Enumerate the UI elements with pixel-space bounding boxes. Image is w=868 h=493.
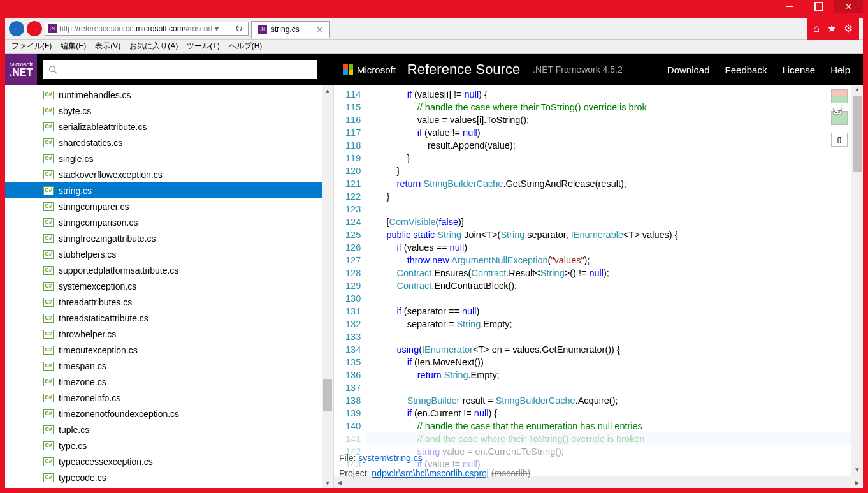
- file-tree-item[interactable]: C#typecode.cs: [5, 469, 322, 485]
- forward-button[interactable]: →: [27, 21, 42, 36]
- line-number[interactable]: 123: [345, 203, 361, 216]
- line-number[interactable]: 126: [345, 241, 361, 254]
- code-view[interactable]: if (values[i] != null) { // handle the c…: [366, 85, 851, 476]
- line-number[interactable]: 115: [345, 101, 361, 114]
- file-tree-item-label: timezone.cs: [59, 377, 106, 387]
- scroll-thumb[interactable]: [323, 379, 332, 411]
- nav-license[interactable]: License: [782, 64, 815, 75]
- file-tree[interactable]: C#runtimehandles.csC#sbyte.csC#serializa…: [5, 85, 322, 488]
- tree-scrollbar[interactable]: ▲ ▼: [322, 85, 333, 488]
- menu-edit[interactable]: 編集(E): [61, 41, 86, 52]
- line-number[interactable]: 130: [345, 292, 361, 305]
- line-number[interactable]: 136: [345, 369, 361, 381]
- file-tree-item[interactable]: C#tuple.cs: [5, 422, 322, 438]
- line-number[interactable]: 139: [345, 407, 361, 420]
- line-number[interactable]: 116: [345, 114, 361, 126]
- code-vertical-scrollbar[interactable]: ▲ ▼: [851, 85, 863, 476]
- file-tree-item[interactable]: C#sbyte.cs: [5, 103, 322, 119]
- menu-tools[interactable]: ツール(T): [187, 41, 219, 52]
- file-tree-item[interactable]: C#stubhelpers.cs: [5, 246, 322, 262]
- scroll-thumb[interactable]: [853, 96, 862, 172]
- scroll-up-icon[interactable]: ▲: [322, 85, 333, 96]
- nav-help[interactable]: Help: [830, 64, 850, 75]
- diff-view-icon[interactable]: [831, 89, 848, 103]
- file-tree-item[interactable]: C#timeoutexception.cs: [5, 342, 322, 358]
- line-number[interactable]: 133: [345, 330, 361, 343]
- line-number[interactable]: 132: [345, 318, 361, 330]
- csharp-icon: C#: [43, 394, 54, 402]
- window-close-button[interactable]: [834, 0, 863, 13]
- home-icon[interactable]: ⌂: [813, 23, 820, 34]
- address-bar[interactable]: .N http://referencesource.microsoft.com/…: [45, 22, 249, 36]
- window-maximize-button[interactable]: [804, 0, 834, 13]
- line-number[interactable]: 135: [345, 356, 361, 369]
- menu-file[interactable]: ファイル(F): [11, 41, 52, 52]
- file-tree-item[interactable]: C#typeaccessexception.cs: [5, 453, 322, 469]
- line-number[interactable]: 138: [345, 394, 361, 407]
- dropdown-icon[interactable]: ▾: [215, 24, 219, 33]
- file-tree-item[interactable]: C#supportedplatformsattribute.cs: [5, 262, 322, 278]
- scroll-down-icon[interactable]: ▼: [322, 478, 333, 488]
- file-tree-item[interactable]: C#string.cs: [5, 182, 322, 198]
- search-input[interactable]: [61, 65, 312, 75]
- file-tree-item[interactable]: C#threadstaticattribute.cs: [5, 310, 322, 326]
- nav-download[interactable]: Download: [667, 64, 710, 75]
- file-tree-item[interactable]: C#stringfreezingattribute.cs: [5, 230, 322, 246]
- menu-bar: ファイル(F) 編集(E) 表示(V) お気に入り(A) ツール(T) ヘルプ(…: [5, 40, 863, 54]
- line-number[interactable]: 140: [345, 420, 361, 432]
- browser-tab[interactable]: .N string.cs ✕: [251, 21, 330, 38]
- file-tree-item[interactable]: C#serializableattribute.cs: [5, 119, 322, 135]
- scroll-right-icon[interactable]: ▶: [851, 479, 863, 486]
- file-tree-item[interactable]: C#throwhelper.cs: [5, 326, 322, 342]
- tab-close-button[interactable]: ✕: [316, 25, 323, 34]
- line-number[interactable]: 118: [345, 139, 361, 152]
- file-tree-item[interactable]: C#timespan.cs: [5, 358, 322, 374]
- file-tree-item[interactable]: C#type.cs: [5, 438, 322, 453]
- nav-feedback[interactable]: Feedback: [725, 64, 767, 75]
- file-tree-item[interactable]: C#timezoneinfo.cs: [5, 390, 322, 406]
- line-number[interactable]: 124: [345, 216, 361, 228]
- line-number[interactable]: 125: [345, 228, 361, 241]
- framework-version[interactable]: .NET Framework 4.5.2: [533, 64, 623, 75]
- file-tree-item[interactable]: C#stringcomparer.cs: [5, 198, 322, 214]
- line-number[interactable]: 137: [345, 381, 361, 394]
- menu-favorites[interactable]: お気に入り(A): [129, 41, 178, 52]
- favorites-icon[interactable]: ★: [827, 22, 836, 34]
- line-number[interactable]: 131: [345, 305, 361, 318]
- csharp-file-icon[interactable]: [831, 111, 848, 125]
- file-tree-item[interactable]: C#runtimehandles.cs: [5, 87, 322, 103]
- file-tree-item[interactable]: C#timezonenotfoundexception.cs: [5, 406, 322, 422]
- line-number[interactable]: 120: [345, 165, 361, 177]
- menu-view[interactable]: 表示(V): [95, 41, 120, 52]
- line-number[interactable]: 129: [345, 279, 361, 292]
- file-tree-item[interactable]: C#stackoverflowexception.cs: [5, 166, 322, 182]
- line-number[interactable]: 128: [345, 267, 361, 279]
- line-number[interactable]: 141: [345, 432, 361, 445]
- line-number[interactable]: 117: [345, 126, 361, 139]
- line-number[interactable]: 119: [345, 152, 361, 165]
- line-number[interactable]: 127: [345, 254, 361, 267]
- refresh-button[interactable]: ↻: [233, 24, 245, 34]
- search-box[interactable]: [43, 60, 317, 79]
- dotnet-logo[interactable]: Microsoft .NET: [5, 54, 37, 85]
- file-tree-item[interactable]: C#threadattributes.cs: [5, 294, 322, 310]
- file-tree-item[interactable]: C#timezone.cs: [5, 374, 322, 390]
- file-tree-item[interactable]: C#single.cs: [5, 151, 322, 166]
- file-path-link[interactable]: system\string.cs: [358, 453, 422, 463]
- line-number[interactable]: 121: [345, 177, 361, 190]
- line-number[interactable]: 114: [345, 88, 361, 101]
- braces-icon[interactable]: [831, 133, 848, 147]
- scroll-down-icon[interactable]: ▼: [851, 466, 863, 476]
- file-tree-item[interactable]: C#systemexception.cs: [5, 278, 322, 294]
- scroll-up-icon[interactable]: ▲: [851, 85, 863, 96]
- file-tree-item[interactable]: C#stringcomparison.cs: [5, 214, 322, 230]
- back-button[interactable]: ←: [9, 21, 24, 36]
- scroll-left-icon[interactable]: ◀: [334, 479, 345, 486]
- tools-icon[interactable]: ⚙: [844, 22, 853, 34]
- window-minimize-button[interactable]: [775, 0, 804, 13]
- line-number[interactable]: 122: [345, 190, 361, 203]
- menu-help[interactable]: ヘルプ(H): [229, 41, 263, 52]
- project-path-link[interactable]: ndp\clr\src\bcl\mscorlib.csproj: [372, 468, 489, 478]
- line-number[interactable]: 134: [345, 343, 361, 356]
- file-tree-item[interactable]: C#sharedstatics.cs: [5, 135, 322, 151]
